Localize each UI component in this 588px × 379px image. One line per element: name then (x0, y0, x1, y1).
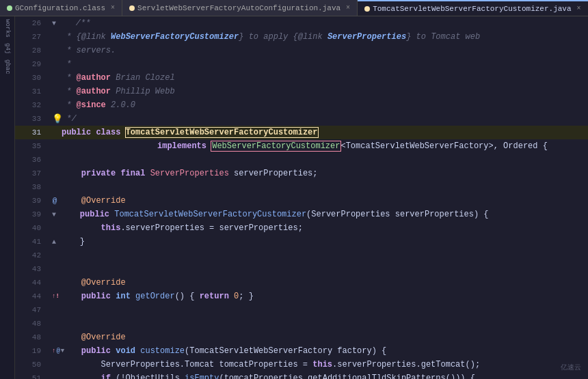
kw-public: public (62, 128, 96, 137)
blank-38 (62, 182, 66, 192)
blank-43 (62, 264, 66, 274)
cmt-32b: 2.0.0 (106, 100, 135, 110)
at-icon-39: @ (52, 197, 57, 205)
ann-override-48: @Override (62, 333, 126, 342)
generics-35: <TomcatServletWebServerFactory>, Ordered… (340, 141, 547, 151)
sidebar-item-gbac[interactable]: gbac (4, 59, 11, 74)
tab-close-2[interactable]: × (346, 4, 350, 12)
link-27: WebServerFactoryCustomizer (111, 32, 239, 42)
code-51b: (tomcatProperties.getAdditionalTldSkipPa… (219, 374, 475, 379)
tab-icon-2 (129, 5, 135, 11)
blank-48 (62, 319, 66, 328)
line-num-41: 41 (21, 238, 41, 246)
at-icon-19: @ (56, 348, 59, 354)
tab-3[interactable]: TomcatServletWebServerFactoryCustomizer.… (358, 0, 588, 16)
method-isempty: isEmpty (185, 374, 219, 379)
line-num-43: 43 (21, 265, 41, 273)
kw-void-19: void (116, 346, 140, 356)
code-line-50: 50 ServerProperties.Tomcat tomcatPropert… (15, 358, 588, 371)
kw-class: class (96, 128, 125, 137)
tab-icon-1 (7, 5, 12, 11)
kw-public-19: public (81, 346, 116, 356)
cmt-27a: * (62, 32, 77, 42)
code-line-48ann: 48 @Override (15, 331, 588, 344)
method-getorder: getOrder (135, 292, 175, 301)
interface-name-35: WebServerFactoryCustomizer (211, 141, 340, 151)
tab-2[interactable]: ServletWebServerFactoryAutoConfiguration… (122, 0, 358, 16)
blank-47 (62, 305, 66, 315)
kw-final: final (120, 169, 150, 178)
code-line-class: 31 public class TomcatServletWebServerFa… (15, 126, 588, 139)
since-32: @since (77, 100, 106, 110)
line-num-50: 50 (21, 361, 41, 369)
customize-params: (TomcatServletWebServerFactory factory) … (185, 346, 386, 356)
kw-public-39: public (80, 210, 114, 219)
code-line-43: 43 (15, 262, 588, 276)
kw-if-51: if (101, 374, 116, 379)
tab-close-3[interactable]: × (577, 5, 581, 12)
tab-label-2: ServletWebServerFactoryAutoConfiguration… (137, 4, 340, 12)
tab-icon-3 (364, 6, 370, 12)
sidebar-item-g4j[interactable]: g4j (4, 43, 11, 54)
main-area: works g4j gbac 26 ▼ /** 27 (0, 16, 588, 379)
sidebar-item-works[interactable]: works (4, 19, 11, 38)
line-num-28: 28 (21, 46, 41, 55)
editor-wrapper: 26 ▼ /** 27 * {@link WebServerFactoryCus… (15, 16, 588, 379)
cmt-27b: {@link (77, 32, 111, 42)
code-line-19: 19 ↑ @ ▼ public void customize(TomcatSer… (15, 344, 588, 358)
code-line-31a: 31 * @author Phillip Webb (15, 85, 588, 98)
tab-1[interactable]: GConfiguration.class × (0, 0, 122, 16)
code-line-41: 41 ▲ } (15, 235, 588, 249)
cmt-29: * (62, 59, 71, 69)
kw-this-50: this (312, 360, 332, 369)
cmt-31b: Phillip Webb (111, 87, 175, 96)
ann-override-44: @Override (62, 278, 126, 287)
method-customize: customize (140, 346, 185, 356)
code-line-39ctor: 39 ▼ public TomcatServletWebServerFactor… (15, 208, 588, 221)
class-name-tomcat: TomcatServletWebServerFactoryCustomizer (126, 128, 318, 137)
num-44: 0 (234, 292, 239, 301)
code-51a: (!ObjectUtils. (116, 374, 185, 379)
fold-icon-39[interactable]: ▼ (52, 211, 56, 219)
indent-50 (62, 360, 101, 369)
code-line-35: 35 implements WebServerFactoryCustomizer… (15, 139, 588, 153)
fold-icon-41[interactable]: ▲ (52, 238, 56, 246)
code-line-32: 32 * @since 2.0.0 (15, 98, 588, 112)
cmt-33: */ (62, 114, 77, 124)
code-line-39at: 39 @ @Override (15, 194, 588, 208)
indent-41 (60, 237, 80, 247)
code-50b: .serverProperties (332, 360, 416, 369)
line-num-44method: 44 (21, 292, 41, 300)
line-num-51: 51 (21, 374, 41, 379)
code-area[interactable]: 26 ▼ /** 27 * {@link WebServerFactoryCus… (15, 16, 588, 379)
code-line-44method: 44 ↑! public int getOrder() { return 0; … (15, 290, 588, 303)
author-30: @author (77, 73, 111, 83)
line-num-39ctor: 39 (21, 210, 41, 219)
code-line-29: 29 * (15, 57, 588, 71)
tab-label-3: TomcatServletWebServerFactoryCustomizer.… (373, 5, 571, 13)
code-line-40: 40 this.serverProperties = serverPropert… (15, 221, 588, 235)
editor-root: GConfiguration.class × ServletWebServerF… (0, 0, 588, 379)
blank-42 (62, 251, 66, 260)
indent-39 (60, 210, 80, 219)
code-line-42: 42 (15, 249, 588, 262)
code-50c: .getTomcat(); (416, 360, 481, 369)
indent-37 (62, 169, 81, 178)
tab-bar[interactable]: GConfiguration.class × ServletWebServerF… (0, 0, 588, 16)
cmt-27f: } to Tomcat web (406, 32, 480, 42)
getorder-end: ; } (239, 292, 254, 301)
method-ctor: TomcatServletWebServerFactoryCustomizer (114, 210, 306, 219)
cmt-30b: Brian Clozel (111, 73, 175, 83)
line-num-48: 48 (21, 320, 41, 328)
tab-label-1: GConfiguration.class (15, 4, 105, 12)
icons-19: ↑ @ ▼ (52, 348, 62, 354)
cmt-27d: to apply (243, 32, 293, 42)
assign-40: .serverProperties = serverProperties; (120, 223, 302, 233)
line-num-19: 19 (21, 347, 41, 355)
ann-override-39: @Override (62, 196, 126, 206)
tab-close-1[interactable]: × (111, 4, 115, 12)
code-50a: ServerProperties.Tomcat tomcatProperties… (101, 360, 313, 369)
brace-41: } (80, 237, 85, 247)
code-content-26: /** (56, 18, 90, 28)
kw-this-40: this (101, 223, 121, 233)
